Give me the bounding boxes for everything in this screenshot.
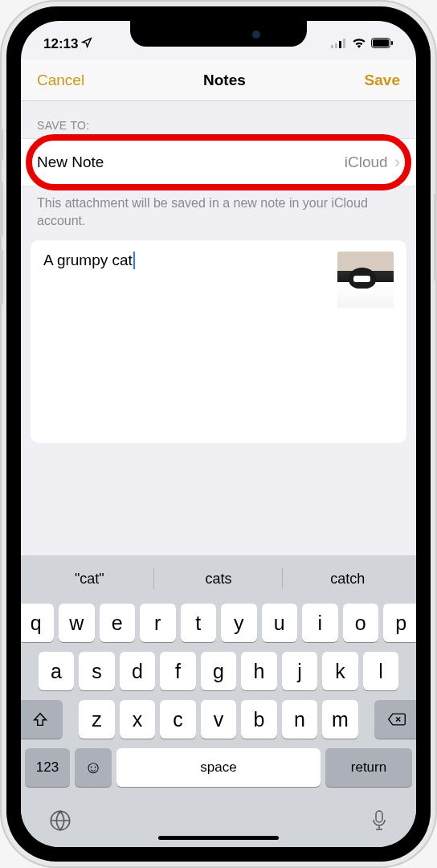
key-f[interactable]: f xyxy=(160,652,196,690)
key-b[interactable]: b xyxy=(241,700,277,739)
key-p[interactable]: p xyxy=(383,604,416,642)
key-row-2: a s d f g h j k l xyxy=(25,652,412,690)
svg-rect-3 xyxy=(343,39,345,48)
attachment-thumbnail[interactable] xyxy=(337,252,394,308)
key-row-3: z x c v b n m xyxy=(25,700,412,739)
numbers-key[interactable]: 123 xyxy=(25,748,70,787)
svg-rect-5 xyxy=(373,39,389,47)
chevron-right-icon: › xyxy=(394,152,400,173)
keyboard: "cat" cats catch q w e r t y u i o p xyxy=(21,555,416,847)
battery-icon xyxy=(371,36,394,52)
phone-frame: 12:13 Canc xyxy=(0,0,437,868)
key-g[interactable]: g xyxy=(201,652,237,690)
power-button xyxy=(434,193,437,281)
key-r[interactable]: r xyxy=(140,604,176,642)
note-editor[interactable]: A grumpy cat xyxy=(31,240,406,443)
svg-rect-0 xyxy=(331,45,333,48)
space-key[interactable]: space xyxy=(116,748,321,787)
key-q[interactable]: q xyxy=(21,604,54,642)
return-key[interactable]: return xyxy=(325,748,412,787)
save-to-help: This attachment will be saved in a new n… xyxy=(21,186,416,240)
wifi-icon xyxy=(352,36,366,52)
key-l[interactable]: l xyxy=(363,652,399,690)
key-c[interactable]: c xyxy=(160,700,196,739)
key-h[interactable]: h xyxy=(241,652,277,690)
content: SAVE TO: New Note iCloud › This attachme… xyxy=(21,101,416,555)
nav-bar: Cancel Notes Save xyxy=(21,59,416,101)
mic-icon[interactable] xyxy=(370,809,388,837)
key-z[interactable]: z xyxy=(79,700,115,739)
cancel-button[interactable]: Cancel xyxy=(37,72,84,89)
key-y[interactable]: y xyxy=(221,604,257,642)
key-w[interactable]: w xyxy=(59,604,95,642)
suggestion-bar: "cat" cats catch xyxy=(25,560,412,597)
keyboard-footer xyxy=(25,796,412,841)
suggestion-1[interactable]: "cat" xyxy=(25,560,154,597)
home-indicator[interactable] xyxy=(158,836,279,840)
key-v[interactable]: v xyxy=(201,700,237,739)
clock: 12:13 xyxy=(43,36,78,52)
key-n[interactable]: n xyxy=(282,700,318,739)
volume-up xyxy=(0,181,3,237)
note-text-input[interactable]: A grumpy cat xyxy=(43,252,135,269)
text-cursor xyxy=(133,252,135,269)
svg-rect-1 xyxy=(335,43,337,48)
suggestion-2[interactable]: cats xyxy=(154,560,284,597)
key-k[interactable]: k xyxy=(322,652,358,690)
save-destination-label: New Note xyxy=(37,154,104,171)
globe-icon[interactable] xyxy=(49,809,71,837)
key-row-bottom: 123 ☺ space return xyxy=(25,748,412,787)
mute-switch xyxy=(0,129,3,161)
volume-down xyxy=(0,249,3,305)
delete-key[interactable] xyxy=(374,700,416,739)
key-t[interactable]: t xyxy=(181,604,217,642)
location-icon xyxy=(81,36,92,52)
suggestion-3[interactable]: catch xyxy=(283,560,412,597)
cellular-icon xyxy=(331,36,347,52)
key-o[interactable]: o xyxy=(343,604,379,642)
shift-key[interactable] xyxy=(21,700,63,739)
emoji-key[interactable]: ☺ xyxy=(75,748,112,787)
key-e[interactable]: e xyxy=(100,604,136,642)
save-destination-value: iCloud xyxy=(345,154,388,171)
svg-rect-8 xyxy=(376,811,382,822)
save-to-header: SAVE TO: xyxy=(21,101,416,138)
key-i[interactable]: i xyxy=(302,604,338,642)
save-destination-row[interactable]: New Note iCloud › xyxy=(21,138,416,186)
save-button[interactable]: Save xyxy=(365,72,400,89)
key-row-1: q w e r t y u i o p xyxy=(25,604,412,642)
svg-rect-2 xyxy=(339,41,341,48)
notch xyxy=(130,21,307,47)
key-x[interactable]: x xyxy=(120,700,156,739)
key-j[interactable]: j xyxy=(282,652,318,690)
key-s[interactable]: s xyxy=(79,652,115,690)
key-d[interactable]: d xyxy=(120,652,156,690)
key-a[interactable]: a xyxy=(39,652,75,690)
nav-title: Notes xyxy=(203,72,246,89)
key-m[interactable]: m xyxy=(322,700,358,739)
key-u[interactable]: u xyxy=(262,604,298,642)
svg-rect-6 xyxy=(391,41,393,45)
